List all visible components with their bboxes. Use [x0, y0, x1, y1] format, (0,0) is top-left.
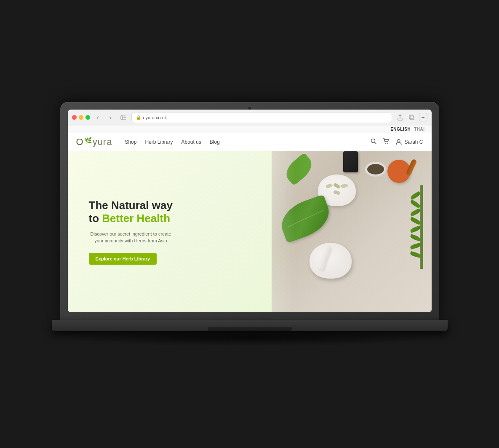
- maximize-button[interactable]: [85, 115, 90, 120]
- address-bar[interactable]: 🔒 oyura.co.uk: [131, 112, 392, 123]
- user-profile[interactable]: Sarah C: [395, 139, 423, 145]
- close-button[interactable]: [72, 115, 77, 120]
- url-text: oyura.co.uk: [143, 115, 167, 120]
- lock-icon: 🔒: [136, 115, 141, 120]
- svg-rect-1: [123, 115, 126, 116]
- svg-point-10: [398, 139, 400, 142]
- share-button[interactable]: [395, 113, 405, 122]
- hero-subtitle: Discover our secret ingredient to create…: [89, 231, 173, 244]
- nav-back-button[interactable]: ‹: [93, 113, 103, 122]
- laptop-lid: ‹ › 🔒: [60, 102, 439, 320]
- browser-window: ‹ › 🔒: [68, 110, 432, 313]
- logo[interactable]: O🌿yura: [76, 137, 112, 148]
- nav-herb-library[interactable]: Herb Library: [145, 139, 173, 145]
- thai-lang-btn[interactable]: THAI: [414, 127, 424, 131]
- language-bar: ENGLISH THAI: [68, 126, 432, 133]
- laptop-base: [52, 320, 448, 331]
- hero-title-line1: The Natural way: [89, 199, 259, 212]
- sidebar-toggle-button[interactable]: [119, 113, 128, 122]
- nav-links: Shop Herb Library About us Blog: [125, 139, 370, 145]
- hero-title-line2: to Better Health: [89, 212, 259, 225]
- svg-point-8: [385, 143, 386, 144]
- nav-forward-button[interactable]: ›: [106, 113, 115, 122]
- nav-blog[interactable]: Blog: [210, 139, 220, 145]
- svg-rect-2: [123, 117, 126, 118]
- hero-section: The Natural way to Better Health Discove…: [68, 151, 432, 313]
- logo-text: O: [76, 137, 84, 148]
- svg-rect-5: [409, 115, 413, 119]
- herb-visual: [272, 151, 432, 313]
- copy-button[interactable]: [407, 113, 416, 122]
- cta-button[interactable]: Explore our Herb Library: [89, 253, 157, 265]
- minimize-button[interactable]: [79, 115, 83, 120]
- main-navigation: O🌿yura Shop Herb Library About us Blog: [68, 133, 432, 151]
- english-lang-btn[interactable]: ENGLISH: [390, 127, 411, 131]
- website-content: ENGLISH THAI O🌿yura Shop Herb Library: [68, 126, 432, 313]
- svg-rect-4: [410, 116, 414, 120]
- svg-rect-0: [121, 115, 123, 120]
- nav-shop[interactable]: Shop: [125, 139, 136, 145]
- cart-icon[interactable]: [383, 138, 390, 146]
- hero-image: [272, 151, 432, 313]
- browser-actions: +: [395, 113, 427, 122]
- svg-rect-3: [123, 119, 126, 120]
- browser-chrome: ‹ › 🔒: [68, 110, 432, 126]
- laptop-container: ‹ › 🔒: [60, 102, 439, 346]
- svg-line-7: [375, 142, 376, 144]
- nav-about-us[interactable]: About us: [181, 139, 201, 145]
- laptop-shadow: [60, 330, 439, 346]
- image-gradient-overlay: [272, 151, 432, 313]
- svg-point-9: [387, 143, 388, 144]
- hero-left-content: The Natural way to Better Health Discove…: [68, 151, 272, 313]
- hero-title-to: to: [89, 212, 102, 225]
- logo-leaf-icon: 🌿: [85, 137, 92, 144]
- nav-actions: Sarah C: [370, 138, 423, 146]
- new-tab-button[interactable]: +: [419, 113, 427, 121]
- user-name: Sarah C: [404, 139, 423, 145]
- hero-title-green: Better Health: [102, 212, 170, 225]
- traffic-lights: [72, 115, 90, 120]
- screen-bezel: ‹ › 🔒: [68, 110, 432, 313]
- logo-yura-text: yura: [93, 137, 112, 148]
- search-icon[interactable]: [370, 138, 377, 146]
